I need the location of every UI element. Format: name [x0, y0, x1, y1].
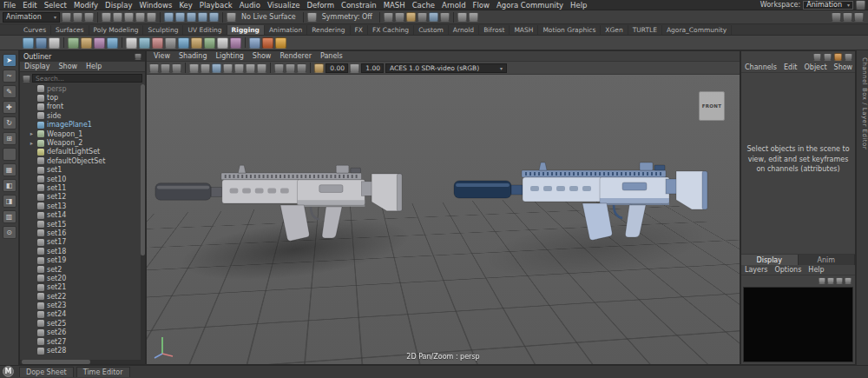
search-input[interactable] [32, 74, 142, 83]
sidebar-toggle-icon[interactable] [843, 12, 852, 22]
statusline-icon[interactable] [209, 12, 219, 22]
statusline-icon[interactable] [303, 12, 304, 23]
viewport-toolbar-icon[interactable] [201, 63, 210, 73]
outliner-item[interactable]: defaultLightSet [20, 148, 145, 156]
layer-control-icon[interactable] [819, 277, 825, 284]
viewport-menu-item[interactable]: Shading [174, 52, 212, 60]
weapon-model-right[interactable] [452, 143, 713, 268]
shelf-tool-icon[interactable] [107, 37, 118, 49]
viewport-toolbar-icon[interactable] [270, 63, 271, 73]
shelf-tab[interactable]: Custom [414, 25, 449, 35]
viewport-menu-item[interactable]: Show [248, 52, 276, 60]
shelf-tab[interactable]: Sculpting [143, 25, 183, 35]
viewport-toolbar-icon[interactable] [189, 63, 199, 73]
outliner-menu-item[interactable]: Display [20, 63, 55, 70]
shelf-tool-icon[interactable] [262, 37, 273, 49]
outliner-item[interactable]: set1 [20, 166, 145, 175]
statusline-icon[interactable] [187, 12, 196, 22]
live-surface-status[interactable]: No Live Surface [238, 13, 299, 21]
tool-icon[interactable]: ⊙ [3, 226, 16, 239]
outliner-item[interactable]: set10 [20, 175, 145, 183]
statusline-icon[interactable] [135, 12, 145, 22]
shelf-tab[interactable]: Agora_Community [662, 25, 732, 35]
shelf-tab[interactable]: FX [351, 25, 368, 35]
layer-editor-tab[interactable]: Anim [799, 255, 856, 265]
statusline-icon[interactable] [307, 12, 317, 22]
tool-icon[interactable]: ⊞ [3, 132, 16, 145]
layer-editor-tab[interactable]: Display [741, 255, 799, 265]
statusline-icon[interactable] [227, 12, 236, 22]
shelf-tool-icon[interactable] [152, 37, 163, 49]
outliner-titlebar[interactable]: Outliner [20, 51, 145, 62]
menu-item[interactable]: Flow [470, 1, 493, 10]
menu-item[interactable]: Audio [236, 1, 264, 10]
menu-item[interactable]: Constrain [338, 1, 380, 10]
viewport-toolbar-icon[interactable] [185, 63, 186, 73]
shelf-tab[interactable]: TURTLE [628, 25, 662, 35]
menu-item[interactable]: Edit [19, 1, 40, 10]
workspace-settings-icon[interactable] [856, 0, 865, 10]
shelf-tab[interactable]: Rendering [307, 25, 350, 35]
menu-item[interactable]: Visualize [264, 1, 303, 10]
shelf-tab[interactable]: Arnold [449, 25, 479, 35]
shelf-tool-icon[interactable] [165, 37, 176, 49]
tool-icon[interactable]: ↻ [3, 116, 16, 129]
channel-box-menu-item[interactable]: Edit [780, 63, 801, 71]
outliner-item[interactable]: side [20, 111, 145, 120]
viewport-toolbar-icon[interactable] [310, 63, 311, 73]
outliner-item[interactable]: set27 [20, 337, 145, 346]
outliner-item[interactable]: ▸ Weapon_1 [20, 129, 145, 138]
statusline-icon[interactable] [457, 12, 467, 22]
filter-icon[interactable] [23, 75, 30, 83]
outliner-item[interactable]: set28 [20, 346, 145, 355]
bottom-panel-tab[interactable]: Dope Sheet [19, 367, 74, 377]
channel-box-menu-item[interactable]: Show [831, 63, 857, 71]
tool-icon[interactable]: ◨ [3, 195, 16, 208]
shelf-tool-icon[interactable] [204, 37, 215, 49]
shelf-tab[interactable]: MASH [510, 25, 538, 35]
statusline-icon[interactable] [62, 12, 71, 22]
outliner-item[interactable]: set11 [20, 183, 145, 192]
outliner-item[interactable]: imagePlane1 [20, 121, 145, 129]
sidebar-toggle-icon[interactable] [832, 12, 841, 22]
viewport-menu-item[interactable]: View [149, 52, 174, 60]
tool-icon[interactable]: ➤ [3, 54, 16, 67]
expand-arrow-icon[interactable]: ▸ [29, 140, 35, 147]
viewport-toolbar-icon[interactable] [212, 63, 221, 73]
viewport-toolbar-icon[interactable] [223, 63, 233, 73]
statusline-icon[interactable] [379, 12, 380, 23]
viewport-toolbar-icon[interactable] [172, 63, 181, 73]
layer-editor-menu-item[interactable]: Help [805, 266, 827, 274]
tool-icon[interactable]: ▥ [3, 210, 16, 223]
tool-icon[interactable]: ~ [3, 70, 16, 83]
statusline-icon[interactable] [73, 12, 82, 22]
viewport-toolbar-icon[interactable] [314, 63, 324, 73]
shelf-tool-icon[interactable] [249, 37, 260, 49]
outliner-horizontal-scrollbar[interactable] [20, 360, 145, 364]
outliner-item[interactable]: set22 [20, 292, 145, 301]
menu-item[interactable]: Display [102, 1, 135, 10]
outliner-vertical-scrollbar[interactable] [141, 84, 145, 360]
outliner-item[interactable]: top [20, 93, 145, 102]
outliner-item[interactable]: set16 [20, 229, 145, 237]
layer-control-icon[interactable] [827, 277, 834, 284]
colorspace-select[interactable]: ACES 1.0 SDR-video (sRGB) ▾ [385, 63, 507, 73]
statusline-icon[interactable] [222, 12, 223, 23]
menu-item[interactable]: MASH [380, 1, 409, 10]
viewport-toolbar-icon[interactable] [274, 63, 284, 73]
statusline-icon[interactable] [147, 12, 156, 22]
menu-set-select[interactable]: Animation ▾ [3, 12, 60, 23]
shelf-tool-icon[interactable] [94, 37, 105, 49]
shelf-tab[interactable]: UV Editing [183, 25, 227, 35]
statusline-icon[interactable] [395, 12, 404, 22]
weapon-model-left[interactable] [154, 146, 407, 268]
tool-icon[interactable] [3, 148, 16, 161]
tool-icon[interactable]: ✚ [3, 101, 16, 114]
menu-item[interactable]: Arnold [438, 1, 470, 10]
outliner-item[interactable]: set15 [20, 220, 145, 229]
viewport-menu-item[interactable]: Panels [316, 52, 347, 60]
menu-item[interactable]: Deform [303, 1, 338, 10]
menu-item[interactable]: Modify [70, 1, 102, 10]
statusline-icon[interactable] [97, 12, 98, 23]
panel-corner-icon[interactable] [824, 53, 832, 61]
